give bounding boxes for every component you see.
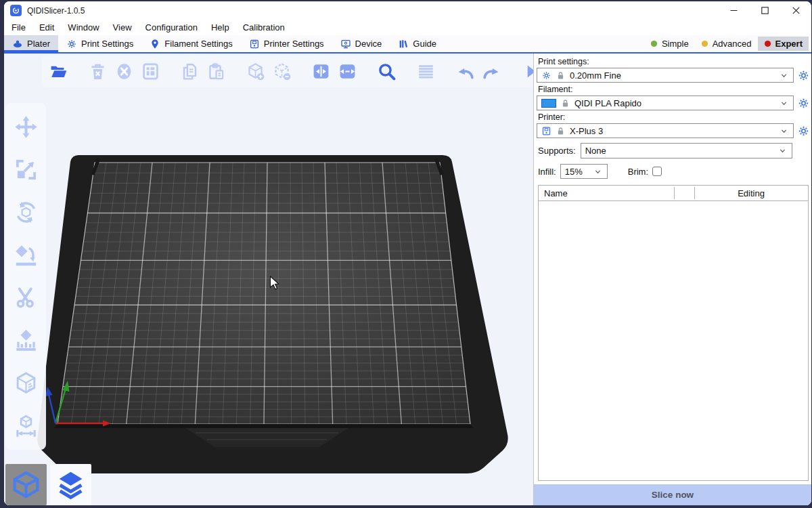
tab-print-settings[interactable]: Print Settings	[58, 35, 141, 52]
toolbar-add-instance-button[interactable]	[244, 59, 267, 85]
filament-label: Filament:	[538, 85, 809, 94]
gear-icon	[541, 70, 551, 81]
menu-help[interactable]: Help	[204, 20, 236, 35]
tool-paint-support-button[interactable]	[14, 328, 39, 353]
menu-view[interactable]: View	[106, 20, 139, 35]
printer-value: X-Plus 3	[570, 126, 603, 136]
object-tools-toolbar	[5, 103, 46, 450]
menu-configuration[interactable]: Configuration	[139, 20, 204, 35]
print-settings-gear-button[interactable]	[797, 69, 810, 82]
mode-simple[interactable]: Simple	[644, 37, 695, 51]
toolbar-split-parts-button[interactable]	[336, 59, 359, 85]
supports-combo[interactable]: None	[581, 143, 792, 158]
seam-icon	[14, 371, 39, 396]
tab-printer-settings[interactable]: Printer Settings	[241, 35, 332, 52]
toolbar-delete-button[interactable]	[87, 59, 109, 85]
brim-label: Brim:	[628, 167, 648, 177]
object-list: Name Editing	[538, 185, 809, 481]
preview-icon	[55, 469, 86, 500]
menu-calibration[interactable]: Calibration	[236, 20, 292, 35]
printer-icon	[249, 39, 260, 49]
toolbar-open-button[interactable]	[47, 59, 70, 85]
mode-dot-icon	[701, 40, 708, 47]
editing-column-header: Editing	[694, 188, 808, 198]
minimize-button[interactable]	[718, 1, 749, 20]
tab-filament-settings[interactable]: Filament Settings	[141, 35, 240, 52]
maximize-button[interactable]	[749, 1, 780, 20]
printer-gear-button[interactable]	[797, 125, 810, 137]
tool-measure-button[interactable]	[14, 413, 39, 438]
tool-scale-button[interactable]	[14, 157, 39, 182]
printer-label: Printer:	[538, 112, 809, 122]
menu-window[interactable]: Window	[61, 20, 106, 35]
brim-checkbox[interactable]	[652, 167, 662, 176]
tab-guide[interactable]: Guide	[390, 35, 445, 52]
toolbar-split-objects-button[interactable]	[310, 59, 332, 85]
sidebar: Print settings: 0.20mm Fine Filament: QI…	[533, 54, 811, 505]
preview-view-button[interactable]	[50, 464, 91, 505]
mode-dot-icon	[764, 40, 771, 47]
collapse-arrow-icon	[521, 62, 533, 81]
tool-move-button[interactable]	[14, 114, 39, 140]
mode-advanced[interactable]: Advanced	[695, 37, 758, 51]
delete-icon	[88, 62, 108, 81]
place-on-face-icon	[14, 242, 39, 268]
gear-icon	[66, 39, 77, 49]
supports-label: Supports:	[538, 146, 576, 156]
toolbar-redo-button[interactable]	[480, 59, 503, 85]
lock-icon	[560, 98, 570, 108]
toolbar-search-button[interactable]	[376, 59, 398, 85]
filament-combo[interactable]: QIDI PLA Rapido	[537, 96, 794, 110]
tab-plater[interactable]: Plater	[4, 35, 58, 52]
toolbar-copy-button[interactable]	[179, 59, 201, 85]
object-list-body[interactable]	[539, 201, 808, 480]
chevron-down-icon	[779, 70, 789, 81]
toolbar-paste-button[interactable]	[205, 59, 227, 85]
filament-value: QIDI PLA Rapido	[574, 98, 641, 108]
filament-gear-button[interactable]	[797, 97, 810, 110]
tool-place-on-face-button[interactable]	[14, 242, 39, 268]
infill-combo[interactable]: 15%	[560, 164, 608, 179]
print-bed	[4, 54, 533, 505]
print-settings-combo[interactable]: 0.20mm Fine	[537, 68, 794, 83]
scale-icon	[14, 157, 39, 182]
tool-cut-button[interactable]	[14, 285, 39, 310]
paste-icon	[206, 62, 226, 81]
toolbar-delete-all-button[interactable]	[113, 59, 135, 85]
slice-now-button[interactable]: Slice now	[534, 484, 811, 505]
measure-icon	[14, 413, 39, 438]
menu-file[interactable]: File	[5, 20, 32, 35]
tab-device[interactable]: Device	[332, 35, 390, 52]
menu-edit[interactable]: Edit	[32, 20, 61, 35]
guide-icon	[398, 39, 409, 49]
plater-toolbar	[42, 56, 533, 87]
tool-rotate-button[interactable]	[14, 200, 39, 225]
3d-editor-view-button[interactable]	[5, 464, 47, 505]
move-icon	[14, 114, 39, 140]
print-settings-value: 0.20mm Fine	[570, 70, 621, 81]
chevron-down-icon	[777, 146, 788, 156]
mode-dot-icon	[650, 40, 658, 47]
device-icon	[340, 39, 351, 49]
gear-icon	[797, 125, 810, 137]
toolbar-variable-layer-height-button[interactable]	[415, 59, 437, 85]
filament-swatch	[541, 99, 556, 108]
close-icon	[792, 7, 800, 14]
toolbar-collapse-arrow-button[interactable]	[520, 59, 533, 85]
add-instance-icon	[246, 62, 265, 81]
remove-instance-icon	[272, 62, 292, 81]
app-window: QIDISlicer-1.0.5 FileEditWindowViewConfi…	[4, 1, 811, 505]
mode-expert[interactable]: Expert	[758, 37, 809, 51]
mode-selector: SimpleAdvancedExpert	[644, 35, 811, 52]
toolbar-remove-instance-button[interactable]	[271, 59, 293, 85]
close-button[interactable]	[780, 1, 811, 20]
cube3d-icon	[11, 469, 41, 500]
tool-seam-button[interactable]	[14, 371, 39, 396]
toolbar-undo-button[interactable]	[454, 59, 476, 85]
toolbar-arrange-button[interactable]	[139, 59, 162, 85]
3d-viewport[interactable]	[4, 54, 533, 505]
split-parts-icon	[338, 62, 357, 81]
printer-combo[interactable]: X-Plus 3	[537, 123, 794, 138]
plater-icon	[12, 39, 23, 49]
printer-icon	[541, 126, 551, 136]
